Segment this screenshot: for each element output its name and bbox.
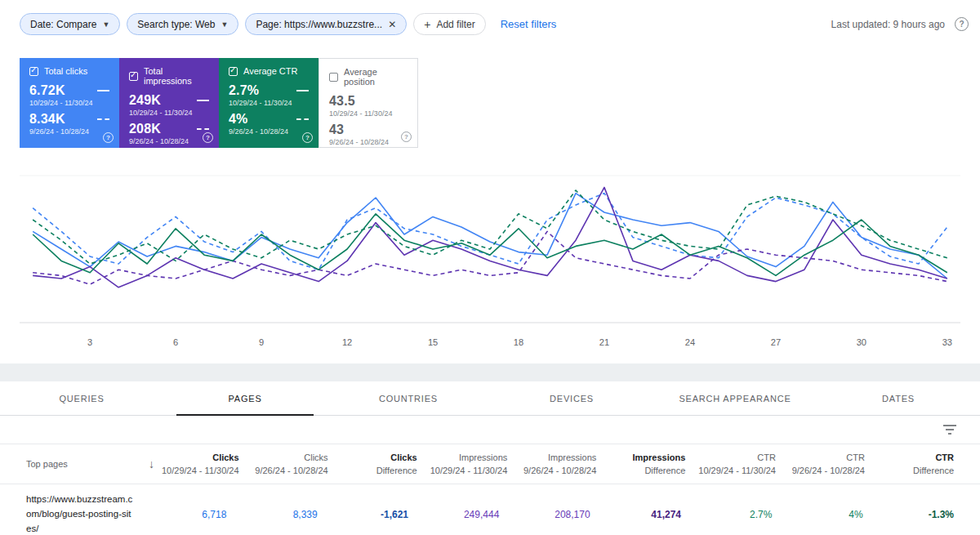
svg-text:30: 30 (857, 337, 866, 347)
column-header-ctr-current[interactable]: CTR 10/29/24 - 11/30/24 (692, 444, 782, 484)
tab-devices[interactable]: DEVICES (490, 381, 653, 415)
ctr-difference-cell: -1.3% (870, 501, 960, 528)
column-header-impressions-difference[interactable]: Impressions Difference (603, 444, 692, 484)
metric-card-label: Total impressions (144, 66, 211, 86)
metric-range-current: 10/29/24 - 11/30/24 (329, 109, 409, 118)
date-filter-chip[interactable]: Date: Compare ▼ (20, 13, 120, 35)
metric-card-average-position[interactable]: Average position 43.5 10/29/24 - 11/30/2… (318, 58, 418, 148)
dashed-line-icon (97, 118, 109, 120)
add-filter-button[interactable]: + Add filter (413, 13, 486, 35)
help-icon[interactable]: ? (401, 132, 412, 142)
metric-value-previous: 208K (129, 122, 161, 136)
svg-text:24: 24 (685, 337, 695, 347)
metric-value-current: 2.7% (229, 83, 259, 98)
search-type-filter-chip[interactable]: Search type: Web ▼ (127, 13, 238, 35)
impressions-difference-cell: 41,274 (597, 501, 688, 528)
metric-value-current: 6.72K (29, 83, 65, 98)
column-header-ctr-difference[interactable]: CTR Difference (871, 444, 960, 484)
tab-dates[interactable]: DATES (817, 381, 980, 415)
metric-value-current: 249K (129, 93, 161, 108)
add-filter-label: Add filter (436, 19, 474, 30)
metric-range-current: 10/29/24 - 11/30/24 (129, 109, 211, 117)
metric-range-previous: 9/26/24 - 10/28/24 (229, 127, 310, 136)
sort-descending-icon[interactable]: ↓ (149, 457, 154, 470)
svg-text:12: 12 (342, 337, 352, 347)
table-row[interactable]: https://www.buzzstream.com/blog/guest-po… (0, 484, 980, 535)
performance-report-page: Date: Compare ▼ Search type: Web ▼ Page:… (0, 0, 980, 535)
filter-bar: Date: Compare ▼ Search type: Web ▼ Page:… (0, 0, 980, 45)
close-icon[interactable]: ✕ (388, 19, 396, 30)
clicks-current-cell: 6,718 (142, 501, 233, 528)
solid-line-icon (97, 90, 109, 91)
page-filter-label: Page: https://www.buzzstre... (256, 19, 382, 30)
svg-text:18: 18 (514, 337, 523, 347)
checkbox-checked-icon[interactable] (229, 67, 238, 76)
line-chart[interactable]: 3691215182124273033 (20, 166, 960, 352)
metric-cards: Total clicks 6.72K 10/29/24 - 11/30/24 8… (0, 45, 980, 148)
column-header-impressions-previous[interactable]: Impressions 9/26/24 - 10/28/24 (514, 444, 603, 484)
ctr-current-cell: 2.7% (688, 501, 778, 528)
ctr-previous-cell: 4% (778, 501, 869, 528)
metric-range-previous: 9/26/24 - 10/28/24 (129, 137, 211, 145)
help-icon[interactable]: ? (955, 17, 969, 31)
metric-card-label: Total clicks (44, 66, 87, 76)
metric-card-label: Average position (344, 67, 409, 87)
help-icon[interactable]: ? (103, 132, 114, 143)
impressions-previous-cell: 208,170 (506, 501, 596, 528)
column-header-clicks-previous[interactable]: Clicks 9/26/24 - 10/28/24 (246, 444, 335, 484)
plus-icon: + (424, 18, 430, 31)
solid-line-icon (197, 100, 209, 101)
column-header-ctr-previous[interactable]: CTR 9/26/24 - 10/28/24 (782, 444, 871, 484)
metric-range-current: 10/29/24 - 11/30/24 (29, 99, 111, 107)
section-divider (0, 363, 980, 381)
svg-text:15: 15 (428, 337, 438, 347)
svg-text:21: 21 (599, 337, 609, 347)
table-toolbar (0, 416, 980, 444)
column-header-clicks-current[interactable]: ↓ Clicks 10/29/24 - 11/30/24 (142, 444, 246, 484)
impressions-current-cell: 249,444 (415, 501, 506, 528)
column-header-clicks-difference[interactable]: Clicks Difference (335, 444, 424, 484)
tab-countries[interactable]: COUNTRIES (327, 381, 490, 415)
dashed-line-icon (296, 118, 309, 120)
filter-icon[interactable] (942, 424, 957, 435)
checkbox-checked-icon[interactable] (129, 72, 138, 81)
metric-range-previous: 9/26/24 - 10/28/24 (329, 138, 409, 146)
last-updated: Last updated: 9 hours ago ? (831, 17, 969, 31)
metric-range-current: 10/29/24 - 11/30/24 (229, 99, 310, 107)
table-header-row: Top pages ↓ Clicks 10/29/24 - 11/30/24 C… (0, 444, 980, 484)
metric-value-previous: 4% (229, 112, 248, 127)
metric-card-label: Average CTR (243, 66, 297, 76)
clicks-previous-cell: 8,339 (233, 501, 323, 528)
metric-value-current: 43.5 (329, 94, 355, 109)
metric-value-previous: 8.34K (29, 112, 65, 127)
tab-queries[interactable]: QUERIES (0, 381, 163, 415)
reset-filters-link[interactable]: Reset filters (501, 18, 557, 30)
checkbox-unchecked-icon[interactable] (329, 73, 338, 82)
dimensions-panel: QUERIES PAGES COUNTRIES DEVICES SEARCH A… (0, 381, 980, 535)
filter-chips: Date: Compare ▼ Search type: Web ▼ Page:… (20, 13, 556, 35)
metric-card-average-ctr[interactable]: Average CTR 2.7% 10/29/24 - 11/30/24 4% … (219, 58, 318, 148)
metric-range-previous: 9/26/24 - 10/28/24 (29, 127, 111, 136)
help-icon[interactable]: ? (302, 132, 313, 143)
search-type-filter-label: Search type: Web (137, 19, 215, 30)
svg-text:27: 27 (771, 337, 781, 347)
performance-chart[interactable]: 3691215182124273033 (0, 148, 980, 352)
column-header-impressions-current[interactable]: Impressions 10/29/24 - 11/30/24 (424, 444, 514, 484)
checkbox-checked-icon[interactable] (29, 67, 38, 76)
page-filter-chip[interactable]: Page: https://www.buzzstre... ✕ (245, 13, 407, 35)
chart-panel: Total clicks 6.72K 10/29/24 - 11/30/24 8… (0, 45, 980, 363)
last-updated-text: Last updated: 9 hours ago (831, 19, 945, 30)
page-url-cell[interactable]: https://www.buzzstream.com/blog/guest-po… (20, 484, 142, 535)
tab-search-appearance[interactable]: SEARCH APPEARANCE (653, 381, 817, 415)
metric-card-total-impressions[interactable]: Total impressions 249K 10/29/24 - 11/30/… (119, 58, 219, 148)
date-filter-label: Date: Compare (30, 19, 96, 30)
svg-text:9: 9 (259, 337, 264, 347)
metric-card-total-clicks[interactable]: Total clicks 6.72K 10/29/24 - 11/30/24 8… (20, 58, 119, 148)
tab-pages[interactable]: PAGES (163, 381, 327, 415)
svg-text:33: 33 (942, 337, 952, 347)
dashed-line-icon (197, 128, 209, 130)
metric-value-previous: 43 (329, 123, 344, 137)
chevron-down-icon: ▼ (220, 20, 228, 29)
solid-line-icon (296, 90, 309, 91)
help-icon[interactable]: ? (203, 132, 213, 143)
